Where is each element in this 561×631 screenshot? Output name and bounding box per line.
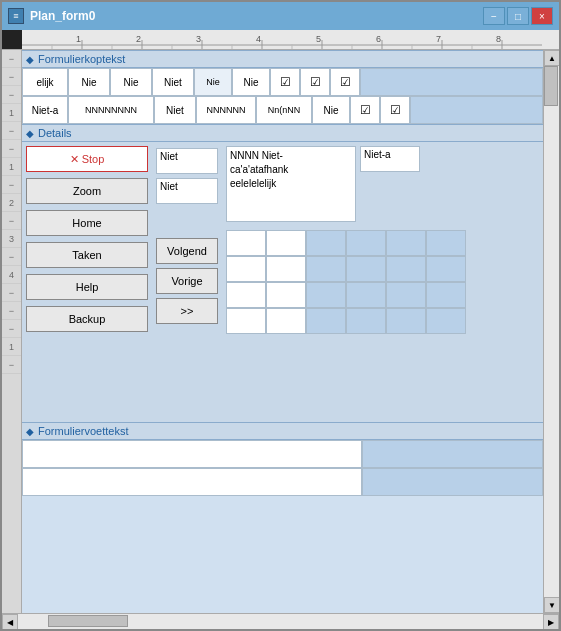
row-num: 1 <box>2 158 21 176</box>
row-num: − <box>2 50 21 68</box>
det-grid-cell-blue <box>306 230 346 256</box>
home-button[interactable]: Home <box>26 210 148 236</box>
svg-text:8: 8 <box>496 34 501 44</box>
det-grid-cell-blue <box>426 230 466 256</box>
det-grid-cell <box>266 282 306 308</box>
det-grid-cell-blue <box>386 230 426 256</box>
svg-text:6: 6 <box>376 34 381 44</box>
header-row-2: Niet-a NNNNNNNN Niet NNNNNN Nn(nNN Nie ☑… <box>22 96 543 124</box>
details-middle-column: Niet Niet Volgend Vorige >> <box>152 142 222 422</box>
header-cell: Nn(nNN <box>256 96 312 124</box>
details-section-header: ◆ Details <box>22 124 543 142</box>
minimize-button[interactable]: − <box>483 7 505 25</box>
zoom-button[interactable]: Zoom <box>26 178 148 204</box>
svg-text:3: 3 <box>196 34 201 44</box>
row-num: − <box>2 284 21 302</box>
det-grid-cell-blue <box>346 308 386 334</box>
det-grid-cell-blue <box>306 282 346 308</box>
row-num: − <box>2 140 21 158</box>
header-arrow: ◆ <box>26 54 34 65</box>
det-grid-cell-blue <box>386 308 426 334</box>
details-cell-grid <box>226 230 539 334</box>
footer-row-1 <box>22 440 543 468</box>
maximize-button[interactable]: □ <box>507 7 529 25</box>
footer-cell-blue <box>362 468 543 496</box>
help-button[interactable]: Help <box>26 274 148 300</box>
long-text-cell: NNNN Niet-ca'a'atafhankeelelelelijk <box>226 146 356 222</box>
row-num: − <box>2 248 21 266</box>
scroll-area: − − − 1 − − 1 − 2 − 3 − 4 <box>2 50 559 613</box>
header-cell: Niet <box>154 96 196 124</box>
header-checkbox-cell: ☑ <box>300 68 330 96</box>
row-num: − <box>2 212 21 230</box>
details-content: ✕ Stop Zoom Home Taken Help Backup <box>22 142 543 422</box>
header-cell: Nie <box>232 68 270 96</box>
header-checkbox-cell: ☑ <box>330 68 360 96</box>
row-num: 1 <box>2 338 21 356</box>
scroll-track[interactable] <box>544 66 559 597</box>
row-num: − <box>2 122 21 140</box>
row-num: 3 <box>2 230 21 248</box>
header-cell-blue <box>360 68 543 96</box>
scroll-left-button[interactable]: ◀ <box>2 614 18 629</box>
det-grid-cell <box>226 230 266 256</box>
row-num: − <box>2 86 21 104</box>
h-scroll-track[interactable] <box>18 614 543 629</box>
vorige-button[interactable]: Vorige <box>156 268 218 294</box>
scroll-down-button[interactable]: ▼ <box>544 597 559 613</box>
next-next-button[interactable]: >> <box>156 298 218 324</box>
close-button[interactable]: × <box>531 7 553 25</box>
niet-cell-1: Niet <box>156 148 218 174</box>
det-grid-cell-blue <box>426 282 466 308</box>
det-grid-cell <box>266 256 306 282</box>
niet-a-cell: Niet-a <box>360 146 420 172</box>
det-grid-cell-blue <box>346 256 386 282</box>
scroll-thumb[interactable] <box>544 66 558 106</box>
ruler-corner <box>2 30 22 50</box>
row-numbers: − − − 1 − − 1 − 2 − 3 − 4 <box>2 50 22 613</box>
window-body: 1 2 3 4 5 6 7 8 <box>2 30 559 629</box>
footer-grid <box>22 440 543 496</box>
content-area: − − − 1 − − 1 − 2 − 3 − 4 <box>2 50 543 613</box>
det-grid-cell-blue <box>346 282 386 308</box>
det-grid-cell-blue <box>346 230 386 256</box>
volgend-button[interactable]: Volgend <box>156 238 218 264</box>
header-section-header: ◆ Formulierkoptekst <box>22 50 543 68</box>
det-grid-cell <box>226 256 266 282</box>
det-grid-cell-blue <box>426 256 466 282</box>
svg-text:2: 2 <box>136 34 141 44</box>
det-grid-cell <box>226 282 266 308</box>
row-num: − <box>2 356 21 374</box>
details-right-area: NNNN Niet-ca'a'atafhankeelelelelijk Niet… <box>222 142 543 422</box>
header-cell-blue <box>410 96 543 124</box>
header-title: Formulierkoptekst <box>38 53 125 65</box>
footer-row-2 <box>22 468 543 496</box>
horizontal-scrollbar: ◀ ▶ <box>2 613 559 629</box>
footer-cell-blue <box>362 440 543 468</box>
h-scroll-thumb[interactable] <box>48 615 128 627</box>
row-num: − <box>2 68 21 86</box>
footer-cell-wide <box>22 440 362 468</box>
main-content: 1 2 3 4 5 6 7 8 <box>2 30 559 629</box>
row-num: 1 <box>2 104 21 122</box>
window-icon: ≡ <box>8 8 24 24</box>
row-num: 2 <box>2 194 21 212</box>
svg-text:5: 5 <box>316 34 321 44</box>
scroll-up-button[interactable]: ▲ <box>544 50 559 66</box>
footer-title: Formuliervoettekst <box>38 425 128 437</box>
taken-button[interactable]: Taken <box>26 242 148 268</box>
det-grid-cell-blue <box>306 308 346 334</box>
det-grid-cell-blue <box>306 256 346 282</box>
backup-button[interactable]: Backup <box>26 306 148 332</box>
scroll-right-button[interactable]: ▶ <box>543 614 559 629</box>
details-top-right: NNNN Niet-ca'a'atafhankeelelelelijk Niet… <box>226 146 539 222</box>
header-cell: Niet <box>152 68 194 96</box>
header-checkbox-cell: ☑ <box>380 96 410 124</box>
det-grid-cell-blue <box>386 256 426 282</box>
header-cell: Nie <box>194 68 232 96</box>
window-title: Plan_form0 <box>30 9 477 23</box>
vertical-scrollbar: ▲ ▼ <box>543 50 559 613</box>
stop-button[interactable]: ✕ Stop <box>26 146 148 172</box>
header-cell: Nie <box>68 68 110 96</box>
row-num: 4 <box>2 266 21 284</box>
